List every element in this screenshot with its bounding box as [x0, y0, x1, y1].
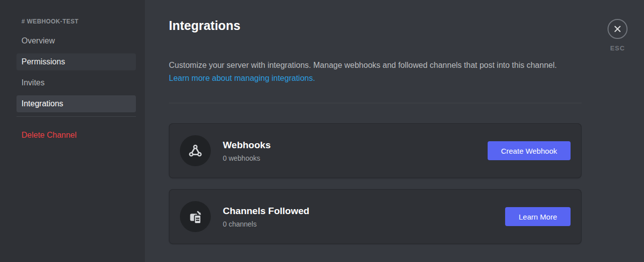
close-button[interactable] [608, 19, 628, 39]
learn-more-link[interactable]: Learn more about managing integrations. [169, 72, 315, 85]
integrations-panel: Integrations Customize your server with … [145, 0, 644, 262]
channel-name-header: # WEBHOOK-TEST [16, 18, 136, 25]
card-title: Channels Followed [223, 206, 505, 217]
channels-followed-icon [188, 209, 203, 224]
sidebar-divider [16, 116, 136, 117]
settings-sidebar: # WEBHOOK-TEST Overview Permissions Invi… [0, 0, 145, 262]
page-description-block: Customize your server with integrations.… [169, 59, 582, 85]
sidebar-item-integrations[interactable]: Integrations [16, 95, 136, 112]
content-column: Integrations Customize your server with … [169, 18, 582, 244]
channels-followed-card: Channels Followed 0 channels Learn More [169, 189, 582, 244]
card-subtitle: 0 channels [223, 220, 505, 228]
channels-followed-avatar [180, 201, 211, 232]
card-subtitle: 0 webhooks [223, 154, 488, 162]
page-title: Integrations [169, 18, 582, 33]
create-webhook-button[interactable]: Create Webhook [488, 141, 571, 160]
delete-channel-button[interactable]: Delete Channel [16, 127, 136, 144]
page-description: Customize your server with integrations.… [169, 59, 582, 72]
learn-more-button[interactable]: Learn More [505, 207, 571, 226]
sidebar-item-overview[interactable]: Overview [16, 32, 136, 49]
section-divider [169, 103, 582, 103]
card-text: Channels Followed 0 channels [223, 206, 505, 228]
webhooks-card: Webhooks 0 webhooks Create Webhook [169, 123, 582, 178]
sidebar-item-permissions[interactable]: Permissions [16, 53, 136, 70]
webhook-avatar [180, 135, 211, 166]
card-text: Webhooks 0 webhooks [223, 140, 488, 162]
card-title: Webhooks [223, 140, 488, 151]
sidebar-nav: Overview Permissions Invites Integration… [16, 32, 136, 112]
webhook-icon [188, 143, 203, 158]
close-area: ESC [604, 19, 632, 52]
sidebar-item-invites[interactable]: Invites [16, 74, 136, 91]
esc-label: ESC [604, 44, 632, 52]
close-icon [613, 24, 622, 33]
